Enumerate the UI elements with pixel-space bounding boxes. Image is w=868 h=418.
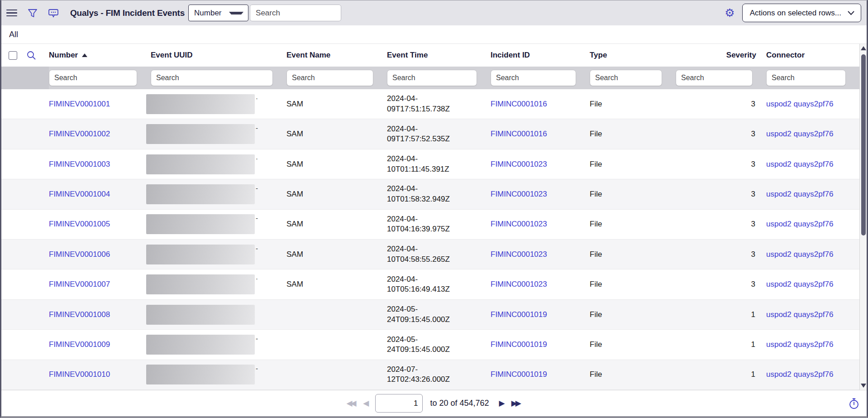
number-link[interactable]: FIMINEV0001005 [49, 220, 110, 228]
number-link[interactable]: FIMINEV0001006 [49, 250, 110, 259]
connector-link[interactable]: uspod2 quays2pf76 [766, 220, 833, 228]
first-page-button[interactable]: ◀◀ [346, 399, 357, 408]
event-time-cell: 2024-04-10T01:11:45.391Z [387, 154, 491, 174]
filter-input-number[interactable] [49, 70, 137, 86]
event-uuid-cell: - [151, 124, 286, 144]
severity-value: 3 [751, 280, 755, 288]
select-all-checkbox[interactable] [9, 51, 17, 60]
breadcrumb[interactable]: All [9, 30, 18, 39]
column-header-incident-id[interactable]: Incident ID [491, 51, 590, 60]
connector-link[interactable]: uspod2 quays2pf76 [766, 310, 833, 319]
type-value: File [590, 280, 602, 288]
column-header-severity[interactable]: Severity [676, 51, 766, 60]
connector-cell: uspod2 quays2pf76 [766, 190, 859, 199]
number-link[interactable]: FIMINEV0001007 [49, 280, 110, 288]
incident-id-cell: FIMINC0001019 [491, 370, 590, 379]
connector-link[interactable]: uspod2 quays2pf76 [766, 280, 833, 288]
column-header-event-uuid[interactable]: Event UUID [151, 51, 286, 60]
messages-button[interactable] [43, 8, 64, 19]
connector-link[interactable]: uspod2 quays2pf76 [766, 160, 833, 168]
filter-input-event-time[interactable] [387, 70, 477, 86]
column-header-event-name[interactable]: Event Name [286, 51, 387, 60]
refresh-timer-icon[interactable] [848, 397, 860, 410]
event-time-cell: 2024-04-10T05:16:49.413Z [387, 274, 491, 295]
incident-id-link[interactable]: FIMINC0001019 [491, 340, 547, 349]
connector-link[interactable]: uspod2 quays2pf76 [766, 130, 833, 138]
pagination-bar: ◀◀ ◀ to 20 of 454,762 ▶ ▶▶ [1, 390, 867, 416]
number-cell: FIMINEV0001005 [49, 220, 151, 229]
search-column-select[interactable]: Number [188, 5, 248, 21]
table-row: FIMINEV0001004-SAM2024-04-10T01:58:32.94… [1, 179, 859, 209]
next-page-button[interactable]: ▶ [499, 399, 505, 408]
actions-dropdown-label: Actions on selected rows... [750, 9, 841, 18]
number-link[interactable]: FIMINEV0001002 [49, 130, 110, 138]
severity-value: 1 [751, 370, 755, 379]
type-value: File [590, 160, 602, 168]
number-link[interactable]: FIMINEV0001001 [49, 100, 110, 108]
incident-id-link[interactable]: FIMINC0001019 [491, 310, 547, 319]
connector-link[interactable]: uspod2 quays2pf76 [766, 370, 833, 379]
filter-input-type[interactable] [590, 70, 662, 86]
scrollbar-thumb[interactable] [861, 54, 866, 235]
incident-id-cell: FIMINC0001016 [491, 100, 590, 109]
connector-link[interactable]: uspod2 quays2pf76 [766, 190, 833, 198]
number-link[interactable]: FIMINEV0001009 [49, 340, 110, 349]
row-range-label: to 20 of 454,762 [430, 399, 489, 408]
filter-button[interactable] [22, 8, 43, 19]
scroll-down-arrow[interactable] [860, 384, 867, 388]
table-row: FIMINEV00010082024-05-24T09:15:45.000ZFI… [1, 300, 859, 330]
incident-id-cell: FIMINC0001023 [491, 250, 590, 259]
column-header-connector[interactable]: Connector [766, 51, 859, 60]
incident-id-link[interactable]: FIMINC0001019 [491, 370, 547, 379]
incident-id-link[interactable]: FIMINC0001016 [491, 100, 547, 108]
incident-id-link[interactable]: FIMINC0001023 [491, 220, 547, 228]
column-header-number[interactable]: Number [49, 51, 151, 60]
redacted-uuid-box [146, 274, 255, 294]
page-number-input[interactable] [375, 394, 423, 413]
table-row: FIMINEV0001005-SAM2024-04-10T04:16:39.97… [1, 210, 859, 240]
number-link[interactable]: FIMINEV0001004 [49, 190, 110, 198]
table-row: FIMINEV0001002-SAM2024-04-09T17:57:52.53… [1, 119, 859, 149]
filter-input-event-name[interactable] [286, 70, 373, 86]
type-cell: File [590, 310, 676, 319]
incident-id-cell: FIMINC0001019 [491, 310, 590, 319]
number-link[interactable]: FIMINEV0001003 [49, 160, 110, 168]
number-link[interactable]: FIMINEV0001010 [49, 370, 110, 379]
incident-id-link[interactable]: FIMINC0001023 [491, 250, 547, 259]
filter-input-severity[interactable] [676, 70, 753, 86]
filter-input-event-uuid[interactable] [151, 70, 273, 86]
connector-link[interactable]: uspod2 quays2pf76 [766, 250, 833, 259]
connector-link[interactable]: uspod2 quays2pf76 [766, 340, 833, 349]
number-link[interactable]: FIMINEV0001008 [49, 310, 110, 319]
chat-bubble-icon [48, 8, 59, 19]
event-uuid-cell: - [151, 365, 286, 384]
last-page-button[interactable]: ▶▶ [511, 399, 522, 408]
previous-page-button[interactable]: ◀ [363, 399, 369, 408]
severity-cell: 3 [676, 130, 766, 139]
filter-input-incident-id[interactable] [491, 70, 576, 86]
menu-button[interactable] [1, 8, 22, 19]
incident-id-link[interactable]: FIMINC0001023 [491, 280, 547, 288]
gear-icon[interactable]: ⚙ [725, 7, 734, 19]
event-time-cell: 2024-04-09T17:51:15.738Z [387, 94, 491, 114]
scroll-up-arrow[interactable] [860, 46, 867, 50]
type-cell: File [590, 160, 676, 169]
global-search-input[interactable] [250, 5, 341, 21]
column-header-event-time[interactable]: Event Time [387, 51, 491, 60]
incident-id-link[interactable]: FIMINC0001023 [491, 190, 547, 198]
incident-id-link[interactable]: FIMINC0001016 [491, 130, 547, 138]
event-time-cell: 2024-04-10T04:16:39.975Z [387, 214, 491, 235]
incident-id-link[interactable]: FIMINC0001023 [491, 160, 547, 168]
search-icon[interactable] [26, 50, 36, 60]
filter-input-connector[interactable] [766, 70, 846, 86]
severity-cell: 3 [676, 220, 766, 229]
column-header-type[interactable]: Type [590, 51, 676, 60]
connector-link[interactable]: uspod2 quays2pf76 [766, 100, 833, 108]
redacted-uuid-box [146, 124, 255, 144]
sort-ascending-icon [82, 53, 87, 57]
actions-dropdown[interactable]: Actions on selected rows... [742, 4, 861, 22]
vertical-scrollbar[interactable] [859, 44, 867, 390]
type-cell: File [590, 250, 676, 259]
type-value: File [590, 220, 602, 228]
event-name-cell: SAM [286, 100, 387, 109]
